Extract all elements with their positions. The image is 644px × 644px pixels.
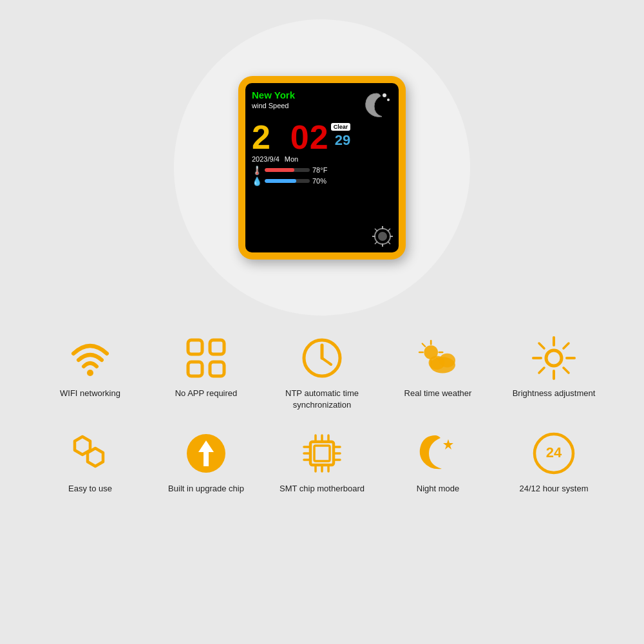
- date-display: 2023/9/4: [252, 155, 279, 163]
- brightness-icon-wrap: [531, 335, 577, 381]
- temp-bar-bg: [265, 168, 310, 172]
- moon-icon: [363, 91, 392, 119]
- svg-point-12: [87, 370, 93, 376]
- svg-point-29: [439, 354, 455, 368]
- svg-line-10: [388, 229, 390, 231]
- time-display: 2 3 0 2 Clear 29: [252, 120, 392, 154]
- humidity-bar-fill: [265, 179, 296, 183]
- humidity-value: 70%: [312, 177, 327, 185]
- svg-rect-16: [210, 362, 224, 376]
- features-row-1: WIFI networking No APP required NTP auto…: [32, 328, 612, 417]
- svg-line-11: [375, 242, 377, 244]
- ntp-icon-wrap: [299, 335, 345, 381]
- feature-weather-label: Real time weather: [404, 388, 472, 399]
- device-section: New York wind Speed 2: [0, 0, 644, 328]
- circle-background: New York wind Speed 2: [174, 19, 470, 316]
- svg-rect-44: [314, 446, 330, 461]
- time-m1: 0: [290, 120, 309, 154]
- svg-rect-13: [188, 340, 202, 354]
- svg-point-3: [378, 232, 387, 241]
- weather-icon-wrap: [415, 335, 461, 381]
- feature-easy-label: Easy to use: [68, 483, 112, 495]
- upgrade-icon-wrap: [183, 430, 229, 477]
- weather-badge-col: Clear 29: [331, 123, 351, 149]
- device: New York wind Speed 2: [238, 76, 406, 260]
- flashlight-icon: [372, 225, 393, 247]
- easy-icon-wrap: [67, 430, 113, 477]
- svg-line-37: [564, 343, 569, 348]
- wifi-icon-wrap: [67, 335, 113, 381]
- humidity-bar-bg: [265, 179, 310, 183]
- temp-value: 78°F: [312, 166, 327, 174]
- svg-rect-15: [188, 362, 202, 376]
- svg-text:24: 24: [546, 444, 562, 460]
- svg-line-38: [539, 368, 544, 373]
- feature-wifi: WIFI networking: [32, 335, 148, 399]
- weather-condition: Clear: [331, 123, 351, 131]
- temp-bar-fill: [265, 168, 294, 172]
- feature-app-label: No APP required: [175, 388, 238, 399]
- weather-temp: 29: [335, 132, 350, 149]
- feature-upgrade-label: Built in upgrade chip: [168, 483, 244, 495]
- feature-easy: Easy to use: [32, 430, 148, 495]
- svg-line-25: [422, 344, 426, 347]
- hour-icon-wrap: 24: [531, 430, 577, 477]
- feature-brightness: Brightness adjustment: [496, 335, 612, 399]
- time-m2: 2: [310, 120, 328, 154]
- day-display: Mon: [285, 155, 298, 163]
- feature-night: Night mode: [380, 430, 496, 495]
- wind-label: wind Speed: [252, 102, 295, 109]
- svg-line-8: [375, 229, 377, 231]
- smt-icon-wrap: [299, 430, 345, 477]
- time-h2: 3: [271, 120, 290, 154]
- feature-upgrade: Built in upgrade chip: [148, 430, 264, 495]
- device-screen: New York wind Speed 2: [245, 83, 399, 252]
- svg-rect-14: [210, 340, 224, 354]
- feature-smt: SMT chip motherboard: [264, 430, 380, 495]
- feature-night-label: Night mode: [417, 483, 459, 495]
- svg-point-0: [383, 93, 386, 97]
- date-row: 2023/9/4 Mon: [252, 155, 392, 163]
- feature-hour-label: 24/12 hour system: [520, 483, 589, 495]
- feature-ntp-label: NTP automatic time synchronization: [264, 388, 380, 411]
- svg-point-30: [546, 350, 562, 366]
- svg-point-1: [387, 99, 390, 101]
- svg-line-9: [388, 242, 390, 244]
- features-row-2: Easy to use Built in upgrade chip: [32, 424, 612, 501]
- feature-app: No APP required: [148, 335, 264, 399]
- time-h1: 2: [252, 120, 270, 154]
- feature-brightness-label: Brightness adjustment: [513, 388, 596, 399]
- temp-sensor-row: 🌡️ 78°F: [252, 166, 392, 175]
- sensor-rows: 🌡️ 78°F 💧 70%: [252, 166, 392, 186]
- feature-hour: 24 24/12 hour system: [496, 430, 612, 495]
- humidity-icon: 💧: [252, 176, 262, 186]
- feature-smt-label: SMT chip motherboard: [279, 483, 365, 495]
- humidity-sensor-row: 💧 70%: [252, 176, 392, 186]
- svg-line-19: [322, 358, 331, 365]
- night-icon-wrap: [415, 430, 461, 477]
- thermometer-icon: 🌡️: [252, 166, 262, 175]
- svg-line-35: [539, 343, 544, 348]
- svg-marker-57: [443, 439, 453, 450]
- feature-weather: Real time weather: [380, 335, 496, 399]
- city-name: New York: [252, 90, 295, 100]
- svg-line-36: [564, 368, 569, 373]
- app-icon-wrap: [183, 335, 229, 381]
- feature-wifi-label: WIFI networking: [60, 388, 120, 399]
- feature-ntp: NTP automatic time synchronization: [264, 335, 380, 411]
- svg-marker-40: [88, 448, 103, 466]
